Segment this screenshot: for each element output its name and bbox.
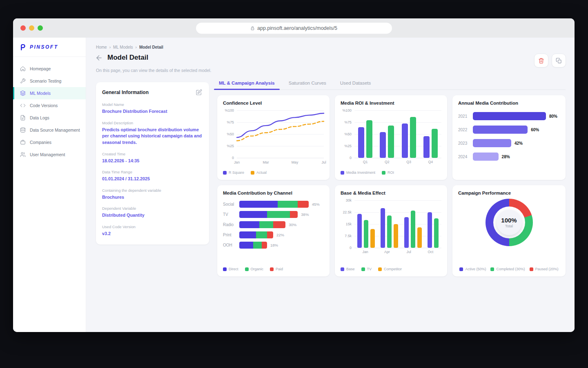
sidebar-item-homepage[interactable]: Homepage <box>13 63 86 75</box>
tab-used-datasets[interactable]: Used Datasets <box>339 80 372 90</box>
sidebar-item-ml-models[interactable]: ML Models <box>13 87 86 99</box>
edit-icon[interactable] <box>195 88 203 96</box>
field-label: Model Description <box>102 121 203 125</box>
stacked-bar <box>239 242 267 249</box>
plot-area: 30k22.5k15k7.5k0 <box>354 200 441 248</box>
bar-group-q1 <box>358 110 372 158</box>
x-axis: JanMarMayJul <box>237 160 324 165</box>
duplicate-button[interactable] <box>552 54 566 67</box>
sidebar-item-scenario-testing[interactable]: Scenario Testing <box>13 75 86 87</box>
row-label: 2024 <box>458 155 473 159</box>
close-window-button[interactable] <box>20 25 26 31</box>
hbar-row-2024: 202428% <box>458 153 560 161</box>
y-tick-label: 7.5k <box>345 234 352 238</box>
x-axis: Q1Q2Q3Q4 <box>354 160 441 164</box>
field-value: v3.2 <box>102 231 203 237</box>
legend-label: Paid <box>276 267 283 271</box>
legend-item: Actual <box>251 171 267 175</box>
x-tick-label: Q3 <box>398 160 420 164</box>
field-value: Distributed Quantity <box>102 212 203 219</box>
code-icon <box>20 103 26 108</box>
bar-tv <box>434 218 439 248</box>
breadcrumb-item: Model Detail <box>139 45 163 49</box>
segment-paid <box>290 211 298 218</box>
legend-item: Media Investment <box>341 171 375 175</box>
total-label: Total <box>505 224 513 228</box>
bar-track: 38% <box>239 211 324 218</box>
sidebar-item-code-versions[interactable]: Code Versions <box>13 99 86 112</box>
address-bar[interactable]: app.pinsoft.aero/analytics/models/5 <box>196 22 392 34</box>
y-tick-label: %25 <box>344 144 352 148</box>
value-label: 22% <box>276 233 284 237</box>
segment-direct <box>239 211 267 218</box>
legend-item: R Square <box>223 171 244 175</box>
segment-paid <box>267 231 273 238</box>
bar-track: 42% <box>473 139 560 147</box>
breadcrumb-item[interactable]: ML Models <box>113 45 133 49</box>
breadcrumb-item[interactable]: Home <box>96 45 107 49</box>
sidebar-item-label: User Management <box>30 152 65 157</box>
legend-swatch <box>270 267 274 271</box>
x-tick-label: Apr <box>376 250 398 254</box>
segment-direct <box>239 242 253 249</box>
x-tick-label: Jan <box>234 160 240 164</box>
sidebar-item-label: Data Logs <box>30 115 49 120</box>
sidebar-item-data-source-management[interactable]: Data Source Management <box>13 124 86 136</box>
charts-grid: Confidence Level%100%75%50%250JanMarMayJ… <box>217 95 566 276</box>
info-card-title: General Information <box>102 88 149 95</box>
row-label: Print <box>223 233 239 237</box>
segment-organic <box>256 231 267 238</box>
tab-saturation-curves[interactable]: Saturation Curves <box>287 80 328 90</box>
value-label: 28% <box>502 155 510 159</box>
sidebar-item-user-management[interactable]: User Management <box>13 148 86 161</box>
chart-legend: Media InvestmentROI <box>341 167 441 175</box>
chart-legend: BaseTVCompetitor <box>341 264 441 271</box>
legend-item: ROI <box>382 171 394 175</box>
legend-swatch <box>382 171 385 175</box>
segment-paid <box>273 221 285 228</box>
field-label: Created Time <box>102 152 203 156</box>
legend-label: R Square <box>229 171 244 175</box>
bar-media-investment <box>380 132 386 158</box>
hbar-row-2022: 202260% <box>458 126 560 134</box>
legend-item: Competitor <box>378 267 402 271</box>
x-axis: JanAprJulOct <box>354 250 441 254</box>
hbar-rows: 202180%202260%202342%202428% <box>458 112 560 166</box>
browser-window: app.pinsoft.aero/analytics/models/5 PINS… <box>13 18 575 332</box>
segment-direct <box>239 221 259 228</box>
bar-media-investment <box>423 136 430 158</box>
sidebar: PINSOFT HomepageScenario TestingML Model… <box>13 38 86 332</box>
legend-swatch <box>459 267 463 271</box>
logo: PINSOFT <box>13 38 86 57</box>
bar-groups <box>354 200 441 248</box>
bar-roi <box>366 120 372 158</box>
legend-label: ROI <box>388 171 394 175</box>
info-card-header: General Information <box>102 88 203 96</box>
bar-base <box>381 208 385 248</box>
chart-title: Confidence Level <box>223 101 324 105</box>
maximize-window-button[interactable] <box>38 25 43 31</box>
sidebar-item-data-logs[interactable]: Data Logs <box>13 112 86 124</box>
minimize-window-button[interactable] <box>29 25 34 31</box>
sidebar-item-companies[interactable]: Companies <box>13 136 86 148</box>
bar-track: 60% <box>473 126 560 134</box>
legend-label: Base <box>346 267 355 271</box>
legend-label: TV <box>367 267 372 271</box>
segment-organic <box>259 221 273 228</box>
tab-ml-campaign-analysis[interactable]: ML & Campaign Analysis <box>217 80 276 90</box>
chart-title: Base & Media Effect <box>341 191 441 195</box>
delete-button[interactable] <box>534 54 548 67</box>
segment-organic <box>278 201 298 208</box>
bar-base <box>428 212 432 248</box>
row-label: TV <box>223 212 239 217</box>
chart-legend: Active (50%)Completed (30%)Paused (20%) <box>458 264 560 271</box>
chart-card-base-media-effect: Base & Media Effect30k22.5k15k7.5k0JanAp… <box>335 185 447 276</box>
segment-organic <box>267 211 290 218</box>
y-tick-label: 30k <box>346 198 352 202</box>
chart-body: Social45%TV38%Radio30%Print22%OOH18% <box>223 195 324 264</box>
back-button[interactable] <box>95 54 103 62</box>
bar-tv <box>364 220 368 248</box>
line-series-r-square <box>237 113 324 137</box>
bar-group-oct <box>428 200 439 248</box>
chart-body: %100%75%50%250Q1Q2Q3Q4 <box>341 105 441 167</box>
